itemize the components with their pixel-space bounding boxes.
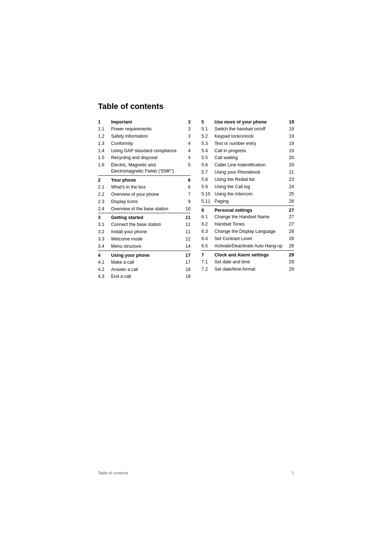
- toc-item: 5.9Using the Call log24: [201, 184, 294, 190]
- toc-label: Your phone: [111, 177, 184, 183]
- toc-section-header: 7Clock and Alarm settings29: [201, 252, 294, 258]
- toc-item: 1.3Conformity4: [98, 141, 191, 147]
- toc-item: 3.4Menu structure14: [98, 243, 191, 250]
- toc-label: Use more of your phone: [215, 119, 287, 125]
- toc-num: 6.1: [201, 214, 215, 220]
- toc-label: Using the Intercom: [215, 191, 287, 197]
- toc-page: 4: [184, 148, 191, 154]
- toc-label: Paging: [215, 198, 287, 204]
- toc-page: 19: [287, 141, 294, 147]
- toc-label: Change the Display Language: [215, 228, 287, 235]
- toc-item: 1.1Power requirements3: [98, 126, 191, 132]
- toc-page: 29: [287, 259, 294, 265]
- toc-page: 11: [184, 229, 191, 235]
- toc-num: 5.4: [201, 148, 215, 154]
- toc-num: 6: [201, 207, 215, 214]
- toc-label: Text or number entry: [215, 141, 287, 147]
- toc-label: Clock and Alarm settings: [215, 252, 287, 258]
- toc-page: 5: [184, 162, 191, 168]
- toc-label: Change the Handset Name: [215, 214, 287, 220]
- toc-page: 10: [184, 206, 191, 212]
- toc-num: 2.2: [98, 191, 111, 198]
- toc-item: 1.4Using GAP standard compliance4: [98, 148, 191, 154]
- toc-label: Important: [111, 119, 184, 125]
- footer-left: Table of contents: [98, 471, 128, 475]
- toc-item: 6.2Handset Tones27: [201, 221, 294, 227]
- toc-item: 5.6Caller Line Indentification20: [201, 162, 294, 168]
- toc-num: 3.1: [98, 222, 111, 228]
- toc-label: Conformity: [111, 141, 184, 147]
- toc-label: Using your phone: [111, 252, 184, 259]
- toc-page: 4: [184, 155, 191, 161]
- toc-item: 5.5Call waiting20: [201, 155, 294, 161]
- toc-item: 3.3Welcome mode12: [98, 236, 191, 242]
- toc-page: 27: [287, 207, 294, 214]
- toc-num: 1.3: [98, 141, 111, 147]
- toc-page: 24: [287, 184, 294, 190]
- toc-col-left: 1Important31.1Power requirements31.2Safe…: [98, 118, 191, 281]
- toc-num: 6.5: [201, 243, 215, 249]
- toc-item: 2.1What's in the box6: [98, 184, 191, 190]
- toc-num: 5.5: [201, 155, 215, 161]
- toc-label: Set date/time format: [215, 266, 287, 272]
- toc-num: 5.3: [201, 141, 215, 147]
- toc-item: 5.8Using the Redial list23: [201, 177, 294, 183]
- toc-num: 4.2: [98, 267, 111, 273]
- toc-label: Handset Tones: [215, 221, 287, 227]
- toc-page: 19: [287, 133, 294, 139]
- toc-num: 3.3: [98, 236, 111, 242]
- footer: Table of contents 1: [98, 471, 294, 475]
- toc-item: 7.1Set date and time29: [201, 259, 294, 265]
- toc-num: 3.2: [98, 229, 111, 235]
- toc-num: 6.3: [201, 228, 215, 235]
- toc-label: Welcome mode: [111, 236, 184, 242]
- toc-section-header: 4Using your phone17: [98, 252, 191, 259]
- toc-num: 4.3: [98, 274, 111, 280]
- toc-num: 5: [201, 119, 215, 125]
- toc-num: 5.10: [201, 191, 215, 197]
- toc-page: 29: [287, 266, 294, 272]
- toc-page: 23: [287, 177, 294, 183]
- toc-item: 3.1Connect the base station11: [98, 222, 191, 228]
- toc-page: 9: [184, 199, 191, 205]
- toc-num: 1.2: [98, 133, 111, 139]
- toc-num: 3.4: [98, 243, 111, 250]
- toc-label: Set date and time: [215, 259, 287, 265]
- toc-label: Recycling and disposal: [111, 155, 184, 161]
- toc-item: 4.3End a call18: [98, 274, 191, 280]
- toc-page: 6: [184, 177, 191, 183]
- toc-item: 6.3Change the Display Language28: [201, 228, 294, 235]
- toc-item: 5.11Paging26: [201, 198, 294, 204]
- toc-page: 18: [184, 274, 191, 280]
- toc-label: Using GAP standard compliance: [111, 148, 184, 154]
- toc-page: 12: [184, 236, 191, 242]
- toc-num: 6.4: [201, 236, 215, 242]
- toc-page: 3: [184, 126, 191, 132]
- toc-item: 1.5Recycling and disposal4: [98, 155, 191, 161]
- toc-num: 5.6: [201, 162, 215, 168]
- toc-label: Display icons: [111, 199, 184, 205]
- toc-page: 28: [287, 228, 294, 235]
- toc-label: Connect the base station: [111, 222, 184, 228]
- toc-page: 11: [184, 215, 191, 221]
- toc-label: Switch the handset on/off: [215, 126, 287, 132]
- toc-num: 7.2: [201, 266, 215, 272]
- toc-section-header: 2Your phone6: [98, 177, 191, 183]
- toc-page: 6: [184, 184, 191, 190]
- toc-item: 1.6Electric, Magnetic and Electromagneti…: [98, 162, 191, 174]
- toc-num: 5.7: [201, 169, 215, 175]
- toc-num: 5.11: [201, 198, 215, 204]
- toc-page: 27: [287, 214, 294, 220]
- toc-item: 5.1Switch the handset on/off19: [201, 126, 294, 132]
- toc-label: End a call: [111, 274, 184, 280]
- toc-page: 27: [287, 221, 294, 227]
- toc-item: 4.2Answer a call18: [98, 267, 191, 273]
- toc-page: 28: [287, 243, 294, 249]
- toc-label: Install your phone: [111, 229, 184, 235]
- toc-item: 5.2Keypad lock/unlock19: [201, 133, 294, 139]
- toc-section-header: 5Use more of your phone19: [201, 119, 294, 125]
- toc-label: Call in progress: [215, 148, 287, 154]
- toc-label: Overview of your phone: [111, 191, 184, 198]
- toc-label: Answer a call: [111, 267, 184, 273]
- toc-label: Overview of the base station: [111, 206, 184, 212]
